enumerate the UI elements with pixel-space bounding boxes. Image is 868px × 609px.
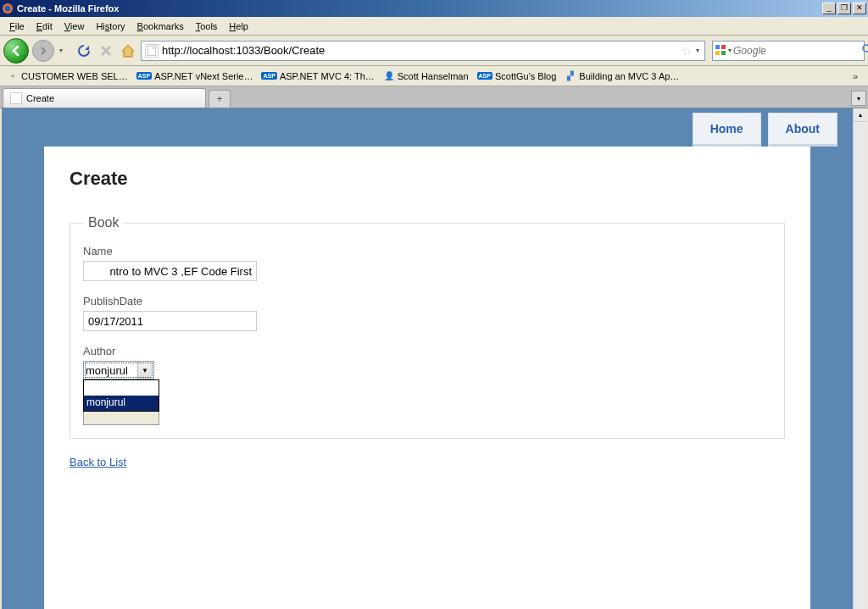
bookmark-label: ASP.NET vNext Serie… bbox=[154, 71, 253, 81]
menu-file[interactable]: File bbox=[3, 19, 31, 33]
svg-rect-4 bbox=[721, 45, 726, 49]
tab-favicon bbox=[10, 92, 22, 104]
maximize-button[interactable]: ❐ bbox=[837, 3, 851, 14]
page-title: Create bbox=[70, 168, 785, 190]
window-buttons: _ ❐ ✕ bbox=[821, 3, 866, 14]
firefox-icon bbox=[2, 3, 14, 14]
menu-help[interactable]: Help bbox=[223, 19, 254, 33]
bookmark-item-hanselman[interactable]: 👤Scott Hanselman bbox=[380, 70, 472, 82]
tab-create[interactable]: Create bbox=[3, 88, 206, 108]
tab-list-dropdown[interactable]: ▾ bbox=[851, 91, 866, 106]
svg-rect-3 bbox=[715, 45, 720, 49]
asp-icon: ASP bbox=[136, 72, 152, 80]
reload-button[interactable] bbox=[75, 42, 93, 60]
url-input[interactable] bbox=[162, 42, 680, 59]
chevron-down-icon: ▼ bbox=[137, 362, 152, 379]
window-title: Create - Mozilla Firefox bbox=[17, 3, 821, 14]
search-box[interactable]: ▾ bbox=[712, 41, 865, 61]
vertical-scrollbar[interactable]: ▴ ▾ bbox=[853, 108, 866, 609]
svg-rect-6 bbox=[721, 51, 726, 55]
bookmark-item-scottgu[interactable]: ASPScottGu's Blog bbox=[474, 71, 560, 81]
home-button[interactable] bbox=[119, 42, 137, 60]
bookmark-label: Scott Hanselman bbox=[398, 71, 469, 81]
person-icon: 👤 bbox=[383, 70, 395, 82]
back-button[interactable] bbox=[3, 38, 29, 64]
page-icon: ▞ bbox=[565, 70, 576, 82]
history-dropdown-icon[interactable]: ▾ bbox=[58, 47, 64, 54]
scroll-up-button[interactable]: ▴ bbox=[854, 108, 866, 122]
bookmark-item-aspnet-vnext[interactable]: ASPASP.NET vNext Serie… bbox=[133, 71, 257, 81]
forward-button[interactable] bbox=[32, 40, 54, 62]
menu-edit[interactable]: Edit bbox=[31, 19, 58, 33]
author-option-monjurul[interactable]: monjurul bbox=[84, 396, 159, 411]
bookmark-label: ScottGu's Blog bbox=[495, 71, 556, 81]
fieldset-legend: Book bbox=[83, 215, 124, 230]
label-name: Name bbox=[83, 245, 771, 257]
bookmark-item-mvc3[interactable]: ▞Building an MVC 3 Ap… bbox=[561, 70, 682, 82]
bookmarks-overflow-icon[interactable]: » bbox=[846, 71, 865, 81]
page-icon: ▫ bbox=[7, 70, 19, 82]
author-select[interactable]: monjurul ▼ bbox=[83, 361, 154, 379]
window-titlebar: Create - Mozilla Firefox _ ❐ ✕ bbox=[0, 0, 868, 17]
bookmark-label: CUSTOMER WEB SEL… bbox=[21, 71, 128, 81]
input-publishdate[interactable] bbox=[83, 311, 257, 331]
svg-rect-2 bbox=[147, 46, 156, 56]
tab-strip: Create + ▾ bbox=[0, 86, 868, 108]
tab-title: Create bbox=[26, 93, 54, 103]
bookmark-star-icon[interactable]: ☆ bbox=[680, 44, 694, 58]
bookmark-item-aspnet-mvc4[interactable]: ASPASP.NET MVC 4: Th… bbox=[258, 71, 377, 81]
author-selected-value: monjurul bbox=[86, 364, 128, 377]
svg-point-7 bbox=[863, 45, 868, 52]
page-nav-links: Home About bbox=[693, 113, 837, 147]
create-button-partial[interactable] bbox=[83, 412, 159, 425]
label-publishdate: PublishDate bbox=[83, 295, 771, 307]
content-card: Create Book Name PublishDate Author monj… bbox=[44, 147, 810, 609]
author-select-wrap: monjurul ▼ monjurul bbox=[83, 361, 154, 379]
page-favicon bbox=[145, 44, 159, 58]
author-dropdown-list: monjurul bbox=[83, 379, 159, 412]
url-dropdown-icon[interactable]: ▾ bbox=[694, 47, 701, 54]
book-fieldset: Book Name PublishDate Author monjurul ▼ … bbox=[70, 215, 785, 439]
svg-point-1 bbox=[5, 6, 11, 12]
search-input[interactable] bbox=[733, 45, 861, 57]
nav-toolbar: ▾ ☆ ▾ ▾ bbox=[0, 36, 868, 66]
page-header-strip: Home About bbox=[2, 108, 853, 147]
menu-tools[interactable]: Tools bbox=[190, 19, 224, 33]
stop-button[interactable] bbox=[97, 42, 115, 60]
back-to-list-link[interactable]: Back to List bbox=[70, 456, 126, 468]
search-engine-dropdown-icon[interactable]: ▾ bbox=[726, 47, 733, 54]
content-viewport: Home About Create Book Name PublishDate … bbox=[0, 108, 868, 609]
nav-link-home[interactable]: Home bbox=[693, 113, 761, 147]
bookmark-label: Building an MVC 3 Ap… bbox=[579, 71, 679, 81]
author-option-blank[interactable] bbox=[84, 380, 159, 396]
url-bar[interactable]: ☆ ▾ bbox=[141, 41, 705, 61]
menu-view[interactable]: View bbox=[58, 19, 91, 33]
label-author: Author bbox=[83, 345, 771, 357]
bookmarks-toolbar: ▫CUSTOMER WEB SEL… ASPASP.NET vNext Seri… bbox=[0, 66, 868, 86]
minimize-button[interactable]: _ bbox=[822, 3, 836, 14]
svg-rect-5 bbox=[715, 51, 720, 55]
nav-link-about[interactable]: About bbox=[768, 113, 837, 147]
bookmark-label: ASP.NET MVC 4: Th… bbox=[280, 71, 375, 81]
menu-bookmarks[interactable]: Bookmarks bbox=[131, 19, 190, 33]
menu-history[interactable]: History bbox=[90, 19, 131, 33]
search-go-icon[interactable] bbox=[861, 43, 868, 58]
input-name[interactable] bbox=[83, 261, 257, 281]
asp-icon: ASP bbox=[477, 72, 492, 80]
close-button[interactable]: ✕ bbox=[853, 3, 866, 14]
menu-bar: File Edit View History Bookmarks Tools H… bbox=[0, 17, 868, 36]
new-tab-button[interactable]: + bbox=[209, 90, 231, 108]
google-icon bbox=[715, 44, 726, 58]
asp-icon: ASP bbox=[261, 72, 276, 80]
bookmark-item-customer[interactable]: ▫CUSTOMER WEB SEL… bbox=[3, 70, 131, 82]
